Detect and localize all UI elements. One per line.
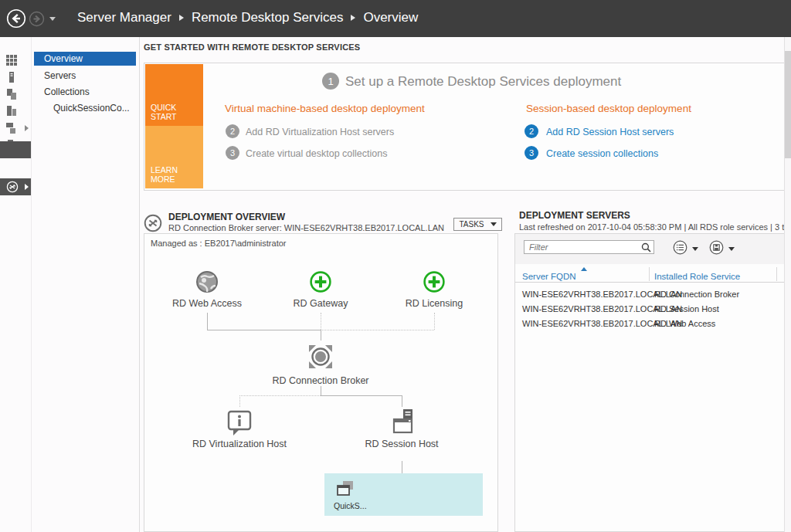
- vm-step-2-badge: 2: [226, 124, 239, 138]
- expand-icon[interactable]: [25, 125, 29, 131]
- collection-name-label: QuickS...: [334, 501, 367, 510]
- connector-line: [239, 395, 321, 396]
- all-servers-icon[interactable]: [0, 86, 31, 102]
- title-bar: Server ManagerRemote Desktop ServicesOve…: [0, 0, 791, 37]
- chevron-down-icon: [728, 247, 735, 251]
- connector-line: [207, 330, 321, 330]
- tasks-button[interactable]: TASKS: [453, 218, 502, 231]
- session-step-2-badge: 2: [525, 124, 538, 138]
- vm-step-3-badge: 3: [226, 146, 239, 160]
- rd-web-access-icon[interactable]: [193, 268, 221, 299]
- session-collection-icon: [335, 479, 357, 503]
- chevron-down-icon: [692, 247, 698, 251]
- rd-virtualization-host-label[interactable]: RD Virtualization Host: [178, 439, 301, 449]
- tasks-button-label: TASKS: [459, 220, 484, 229]
- breadcrumb-separator-icon: [351, 15, 355, 21]
- rd-web-access-label[interactable]: RD Web Access: [161, 298, 253, 309]
- role-group-icon[interactable]: [0, 120, 31, 136]
- quick-start-tab[interactable]: QUICK START: [145, 64, 203, 126]
- table-header-underline: [515, 282, 791, 283]
- rd-session-host-label[interactable]: RD Session Host: [348, 439, 456, 449]
- learn-more-tab[interactable]: LEARN MORE: [145, 126, 203, 188]
- get-started-heading: GET STARTED WITH REMOTE DESKTOP SERVICES: [144, 42, 360, 52]
- nav-item-overview[interactable]: Overview: [34, 52, 136, 66]
- column-divider: [649, 267, 650, 281]
- rd-connection-broker-icon[interactable]: [303, 339, 338, 378]
- connector-line: [321, 386, 321, 395]
- connector-line: [321, 395, 402, 396]
- history-dropdown-icon[interactable]: [49, 17, 56, 21]
- rds-nav-panel: Overview Servers Collections QuickSessio…: [32, 37, 140, 532]
- remote-desktop-services-rail-item[interactable]: [0, 141, 31, 158]
- save-dropdown-button[interactable]: [709, 240, 735, 258]
- connector-line: [402, 395, 402, 407]
- rd-connection-broker-label[interactable]: RD Connection Broker: [259, 375, 382, 386]
- expand-icon[interactable]: [25, 184, 29, 190]
- dashboard-icon[interactable]: [0, 53, 31, 68]
- breadcrumb-rds[interactable]: Remote Desktop Services: [192, 10, 344, 25]
- left-icon-rail: [0, 37, 32, 532]
- list-view-icon: [673, 240, 687, 258]
- nav-item-collections[interactable]: Collections: [34, 85, 136, 99]
- connector-line: [321, 330, 434, 330]
- filter-input[interactable]: [525, 242, 641, 252]
- role-service-cell: RD Web Access: [654, 319, 715, 328]
- rd-session-host-icon[interactable]: [385, 407, 418, 442]
- sort-ascending-icon: [581, 267, 587, 271]
- column-header-server-fqdn[interactable]: Server FQDN: [522, 272, 576, 281]
- managed-as-label: Managed as : EB2017\administrator: [151, 239, 287, 248]
- connector-line: [239, 395, 240, 407]
- rds-deployment-icon: [144, 214, 162, 236]
- step-1-badge: 1: [322, 73, 339, 90]
- scrollbar-thumb[interactable]: [785, 51, 791, 158]
- breadcrumb-overview[interactable]: Overview: [363, 10, 418, 25]
- nav-item-quicksession-collection[interactable]: QuickSessionCo...: [34, 101, 136, 115]
- session-step-3-link[interactable]: Create session collections: [546, 148, 658, 159]
- breadcrumb-separator-icon: [179, 15, 184, 21]
- local-server-icon[interactable]: [0, 69, 31, 85]
- role-service-cell: RD Connection Broker: [654, 290, 739, 299]
- connector-line: [402, 461, 402, 473]
- back-icon[interactable]: [6, 8, 26, 32]
- breadcrumb-server-manager[interactable]: Server Manager: [77, 10, 171, 25]
- filter-field[interactable]: [524, 240, 654, 254]
- rd-gateway-label[interactable]: RD Gateway: [274, 298, 367, 309]
- role-service-cell: RD Session Host: [654, 304, 719, 313]
- vm-step-2-link[interactable]: Add RD Virtualization Host servers: [246, 127, 394, 137]
- column-divider: [776, 267, 777, 281]
- file-and-storage-services-icon[interactable]: [0, 103, 31, 119]
- quicksession-collection-box[interactable]: QuickS...: [324, 473, 483, 516]
- deployment-servers-heading: DEPLOYMENT SERVERS: [519, 210, 630, 221]
- rd-virtualization-host-icon[interactable]: [223, 407, 256, 442]
- rd-licensing-label[interactable]: RD Licensing: [388, 298, 480, 309]
- remote-desktop-services-icon[interactable]: [0, 178, 31, 195]
- vm-deployment-heading: Virtual machine-based desktop deployment: [225, 103, 425, 114]
- deployment-overview-heading: DEPLOYMENT OVERVIEW: [168, 212, 285, 222]
- search-icon: [641, 242, 651, 252]
- server-manager-window: Server ManagerRemote Desktop ServicesOve…: [0, 0, 791, 532]
- deployment-servers-subtitle: Last refreshed on 2017-10-04 05:58:30 PM…: [519, 222, 791, 232]
- rd-gateway-add-icon[interactable]: [307, 268, 334, 299]
- deployment-overview-subtitle: RD Connection Broker server: WIN-ESE62VR…: [168, 223, 444, 232]
- step-1-title: Set up a Remote Desktop Services deploym…: [345, 74, 621, 90]
- connector-line: [434, 313, 435, 330]
- chevron-down-icon: [491, 222, 497, 226]
- list-view-dropdown-button[interactable]: [673, 240, 698, 258]
- connector-line: [207, 313, 208, 330]
- nav-item-servers[interactable]: Servers: [34, 69, 136, 83]
- rd-licensing-add-icon[interactable]: [420, 268, 448, 299]
- quick-start-panel: QUICK START LEARN MORE 1 Set up a Remote…: [144, 63, 791, 191]
- column-header-installed-role-service[interactable]: Installed Role Service: [654, 272, 740, 281]
- forward-icon: [29, 11, 45, 30]
- vm-step-3-link[interactable]: Create virtual desktop collections: [246, 148, 387, 159]
- save-icon: [709, 240, 724, 258]
- session-step-3-badge: 3: [525, 146, 538, 160]
- connector-line: [321, 313, 321, 330]
- session-deployment-heading: Session-based desktop deployment: [526, 103, 691, 114]
- breadcrumb: Server ManagerRemote Desktop ServicesOve…: [77, 10, 418, 25]
- session-step-2-link[interactable]: Add RD Session Host servers: [546, 127, 674, 137]
